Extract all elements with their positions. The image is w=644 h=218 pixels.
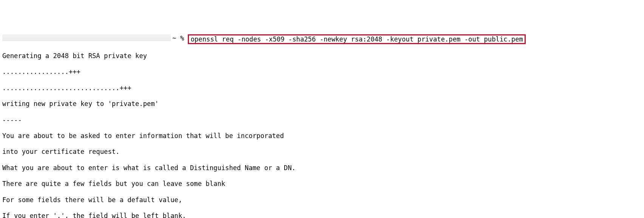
terminal-output: If you enter '.', the field will be left… [2, 212, 644, 218]
terminal-output: You are about to be asked to enter infor… [2, 132, 644, 140]
terminal-output: .................+++ [2, 68, 644, 76]
terminal-output: into your certificate request. [2, 148, 644, 156]
prompt-symbol: ~ % [172, 34, 188, 42]
redacted-user-host [2, 34, 171, 41]
terminal-output: For some fields there will be a default … [2, 196, 644, 204]
highlighted-command-box: openssl req -nodes -x509 -sha256 -newkey… [188, 34, 526, 44]
terminal-output: writing new private key to 'private.pem' [2, 100, 644, 108]
terminal-output: Generating a 2048 bit RSA private key [2, 52, 644, 60]
terminal-output: ----- [2, 116, 644, 124]
terminal-output: ..............................+++ [2, 84, 644, 92]
terminal-output: There are quite a few fields but you can… [2, 180, 644, 188]
prompt-line-1: ~ % openssl req -nodes -x509 -sha256 -ne… [2, 34, 644, 44]
terminal-output: What you are about to enter is what is c… [2, 164, 644, 172]
openssl-command[interactable]: openssl req -nodes -x509 -sha256 -newkey… [190, 35, 523, 43]
